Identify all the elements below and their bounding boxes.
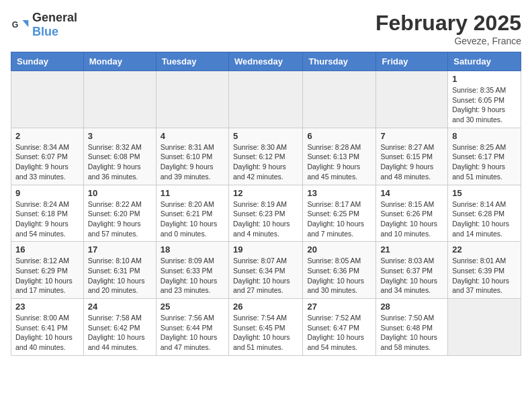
calendar-cell: 23Sunrise: 8:00 AM Sunset: 6:41 PM Dayli…: [11, 299, 84, 356]
calendar-cell: 15Sunrise: 8:14 AM Sunset: 6:28 PM Dayli…: [448, 185, 521, 242]
day-number: 22: [452, 244, 517, 255]
day-number: 25: [161, 302, 224, 312]
day-info: Sunrise: 8:30 AM Sunset: 6:12 PM Dayligh…: [233, 142, 298, 182]
day-number: 12: [233, 188, 298, 198]
calendar-cell: 6Sunrise: 8:28 AM Sunset: 6:13 PM Daylig…: [303, 128, 376, 185]
day-number: 15: [452, 188, 517, 198]
day-number: 7: [380, 131, 443, 141]
day-number: 20: [307, 244, 371, 255]
day-number: 28: [380, 302, 443, 312]
day-info: Sunrise: 8:20 AM Sunset: 6:21 PM Dayligh…: [161, 199, 224, 239]
day-info: Sunrise: 7:50 AM Sunset: 6:48 PM Dayligh…: [380, 313, 443, 353]
day-number: 8: [452, 131, 517, 141]
calendar-cell: 18Sunrise: 8:09 AM Sunset: 6:33 PM Dayli…: [156, 242, 228, 299]
calendar-cell: [303, 71, 376, 128]
day-number: 9: [15, 188, 79, 198]
header-wednesday: Wednesday: [228, 52, 302, 71]
calendar-cell: 3Sunrise: 8:32 AM Sunset: 6:08 PM Daylig…: [83, 128, 156, 185]
day-info: Sunrise: 7:58 AM Sunset: 6:42 PM Dayligh…: [88, 313, 152, 353]
calendar-cell: 25Sunrise: 7:56 AM Sunset: 6:44 PM Dayli…: [156, 299, 228, 356]
day-number: 18: [161, 244, 224, 255]
logo-blue: Blue: [32, 25, 58, 38]
day-info: Sunrise: 8:15 AM Sunset: 6:26 PM Dayligh…: [380, 199, 443, 239]
calendar-cell: 16Sunrise: 8:12 AM Sunset: 6:29 PM Dayli…: [11, 242, 84, 299]
calendar-cell: [376, 71, 448, 128]
calendar-cell: 11Sunrise: 8:20 AM Sunset: 6:21 PM Dayli…: [156, 185, 228, 242]
header-friday: Friday: [376, 52, 448, 71]
day-info: Sunrise: 8:10 AM Sunset: 6:31 PM Dayligh…: [88, 256, 152, 295]
header-sunday: Sunday: [11, 52, 84, 71]
calendar-cell: 1Sunrise: 8:35 AM Sunset: 6:05 PM Daylig…: [448, 71, 521, 128]
calendar-cell: 5Sunrise: 8:30 AM Sunset: 6:12 PM Daylig…: [228, 128, 302, 185]
day-number: 11: [161, 188, 224, 198]
calendar-cell: 7Sunrise: 8:27 AM Sunset: 6:15 PM Daylig…: [376, 128, 448, 185]
day-info: Sunrise: 8:27 AM Sunset: 6:15 PM Dayligh…: [380, 142, 443, 182]
title-area: February 2025 Geveze, France: [375, 11, 521, 46]
day-info: Sunrise: 8:07 AM Sunset: 6:34 PM Dayligh…: [233, 256, 298, 295]
day-info: Sunrise: 8:14 AM Sunset: 6:28 PM Dayligh…: [452, 199, 517, 239]
calendar-cell: 10Sunrise: 8:22 AM Sunset: 6:20 PM Dayli…: [83, 185, 156, 242]
day-info: Sunrise: 7:56 AM Sunset: 6:44 PM Dayligh…: [161, 313, 224, 353]
day-info: Sunrise: 8:03 AM Sunset: 6:37 PM Dayligh…: [380, 256, 443, 295]
calendar-cell: [11, 71, 84, 128]
day-info: Sunrise: 8:05 AM Sunset: 6:36 PM Dayligh…: [307, 256, 371, 295]
day-info: Sunrise: 7:52 AM Sunset: 6:47 PM Dayligh…: [307, 313, 371, 353]
day-info: Sunrise: 8:35 AM Sunset: 6:05 PM Dayligh…: [452, 85, 517, 125]
header-tuesday: Tuesday: [156, 52, 228, 71]
day-info: Sunrise: 8:31 AM Sunset: 6:10 PM Dayligh…: [161, 142, 224, 182]
day-number: 1: [452, 74, 517, 84]
calendar-cell: [83, 71, 156, 128]
calendar-cell: 28Sunrise: 7:50 AM Sunset: 6:48 PM Dayli…: [376, 299, 448, 356]
day-number: 24: [88, 302, 152, 312]
calendar-cell: 26Sunrise: 7:54 AM Sunset: 6:45 PM Dayli…: [228, 299, 302, 356]
calendar-cell: 9Sunrise: 8:24 AM Sunset: 6:18 PM Daylig…: [11, 185, 84, 242]
day-info: Sunrise: 8:17 AM Sunset: 6:25 PM Dayligh…: [307, 199, 371, 239]
logo-icon: G: [11, 15, 30, 34]
day-number: 14: [380, 188, 443, 198]
calendar-week-2: 2Sunrise: 8:34 AM Sunset: 6:07 PM Daylig…: [11, 128, 521, 185]
day-info: Sunrise: 8:28 AM Sunset: 6:13 PM Dayligh…: [307, 142, 371, 182]
day-info: Sunrise: 8:24 AM Sunset: 6:18 PM Dayligh…: [15, 199, 79, 239]
day-info: Sunrise: 8:09 AM Sunset: 6:33 PM Dayligh…: [161, 256, 224, 295]
svg-text:G: G: [12, 20, 19, 30]
calendar-header-row: SundayMondayTuesdayWednesdayThursdayFrid…: [11, 52, 521, 71]
calendar-cell: [156, 71, 228, 128]
calendar-cell: [448, 299, 521, 356]
calendar-cell: 14Sunrise: 8:15 AM Sunset: 6:26 PM Dayli…: [376, 185, 448, 242]
calendar-week-3: 9Sunrise: 8:24 AM Sunset: 6:18 PM Daylig…: [11, 185, 521, 242]
calendar-cell: 24Sunrise: 7:58 AM Sunset: 6:42 PM Dayli…: [83, 299, 156, 356]
day-number: 10: [88, 188, 152, 198]
calendar-cell: 19Sunrise: 8:07 AM Sunset: 6:34 PM Dayli…: [228, 242, 302, 299]
calendar-cell: 13Sunrise: 8:17 AM Sunset: 6:25 PM Dayli…: [303, 185, 376, 242]
calendar-week-5: 23Sunrise: 8:00 AM Sunset: 6:41 PM Dayli…: [11, 299, 521, 356]
calendar-cell: 27Sunrise: 7:52 AM Sunset: 6:47 PM Dayli…: [303, 299, 376, 356]
day-number: 17: [88, 244, 152, 255]
day-number: 13: [307, 188, 371, 198]
day-number: 23: [15, 302, 79, 312]
calendar-cell: 2Sunrise: 8:34 AM Sunset: 6:07 PM Daylig…: [11, 128, 84, 185]
day-number: 19: [233, 244, 298, 255]
month-year: February 2025: [375, 11, 521, 36]
header-thursday: Thursday: [303, 52, 376, 71]
logo-general: General: [32, 11, 77, 24]
calendar-cell: 21Sunrise: 8:03 AM Sunset: 6:37 PM Dayli…: [376, 242, 448, 299]
day-info: Sunrise: 8:01 AM Sunset: 6:39 PM Dayligh…: [452, 256, 517, 295]
day-info: Sunrise: 8:19 AM Sunset: 6:23 PM Dayligh…: [233, 199, 298, 239]
calendar-table: SundayMondayTuesdayWednesdayThursdayFrid…: [11, 52, 521, 356]
day-info: Sunrise: 8:32 AM Sunset: 6:08 PM Dayligh…: [88, 142, 152, 182]
calendar-cell: 8Sunrise: 8:25 AM Sunset: 6:17 PM Daylig…: [448, 128, 521, 185]
day-number: 2: [15, 131, 79, 141]
location: Geveze, France: [375, 36, 521, 46]
day-info: Sunrise: 7:54 AM Sunset: 6:45 PM Dayligh…: [233, 313, 298, 353]
calendar-cell: 17Sunrise: 8:10 AM Sunset: 6:31 PM Dayli…: [83, 242, 156, 299]
day-number: 27: [307, 302, 371, 312]
svg-marker-1: [23, 20, 29, 28]
calendar-cell: 12Sunrise: 8:19 AM Sunset: 6:23 PM Dayli…: [228, 185, 302, 242]
page-header: G General Blue February 2025 Geveze, Fra…: [11, 11, 521, 46]
day-number: 4: [161, 131, 224, 141]
day-info: Sunrise: 8:12 AM Sunset: 6:29 PM Dayligh…: [15, 256, 79, 295]
day-number: 16: [15, 244, 79, 255]
calendar-cell: [228, 71, 302, 128]
day-info: Sunrise: 8:34 AM Sunset: 6:07 PM Dayligh…: [15, 142, 79, 182]
calendar-cell: 22Sunrise: 8:01 AM Sunset: 6:39 PM Dayli…: [448, 242, 521, 299]
